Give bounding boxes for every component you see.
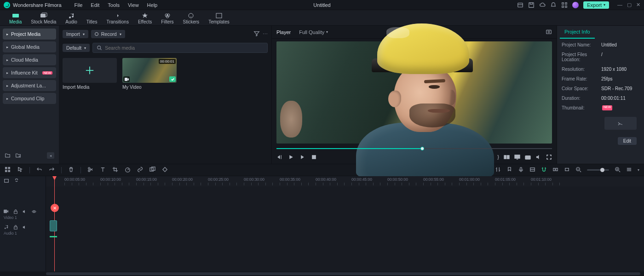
voiceover-icon[interactable] <box>518 167 524 173</box>
prev-frame-button[interactable] <box>276 154 282 161</box>
timeline-ruler[interactable]: 00:00:05:0000:00:10:0000:00:15:0000:00:2… <box>46 176 644 186</box>
more-icon[interactable]: ⋯ <box>263 31 268 37</box>
thumbnail-preview[interactable] <box>604 117 637 130</box>
visible-icon[interactable] <box>32 209 36 215</box>
layout-icon[interactable] <box>517 2 523 8</box>
window-minimize-icon[interactable]: — <box>617 2 622 8</box>
search-input[interactable] <box>92 43 268 53</box>
camera-icon[interactable] <box>525 154 531 161</box>
sidebar-item-global-media[interactable]: ▸Global Media <box>3 41 56 52</box>
window-close-icon[interactable]: ✕ <box>636 2 640 8</box>
folder-add-icon[interactable] <box>15 152 21 159</box>
chevron-down-icon[interactable]: ▾ <box>638 168 639 172</box>
marker-icon[interactable] <box>506 167 512 173</box>
edit-button[interactable]: Edit <box>618 137 637 145</box>
tab-titles[interactable]: Titles <box>82 12 102 25</box>
snap-icon[interactable] <box>541 167 547 173</box>
sidebar-item-compound-clip[interactable]: ▸Compound Clip <box>3 93 56 104</box>
video-clip[interactable] <box>50 220 57 231</box>
mark-out-button[interactable]: } <box>497 154 499 161</box>
avatar[interactable] <box>572 2 579 8</box>
link-icon[interactable] <box>137 167 143 173</box>
speed-icon[interactable] <box>125 167 131 173</box>
tab-transitions[interactable]: Transitions <box>102 12 133 25</box>
filter-icon[interactable] <box>253 30 260 38</box>
view-fit-icon[interactable] <box>552 167 558 173</box>
lock-icon[interactable] <box>13 225 18 230</box>
text-icon[interactable] <box>100 167 106 173</box>
export-button[interactable]: Export▾ <box>583 1 609 9</box>
tab-effects[interactable]: Effects <box>133 12 156 25</box>
tab-media[interactable]: Media <box>5 12 26 25</box>
zoom-slider[interactable] <box>587 169 609 171</box>
tracks-area[interactable]: ✕ <box>46 186 644 271</box>
lock-icon[interactable] <box>13 209 18 215</box>
gap-marker[interactable]: ✕ <box>51 204 59 212</box>
player-tab[interactable]: Player <box>276 29 291 35</box>
display-icon[interactable] <box>514 154 520 161</box>
audio-track-head[interactable]: Audio 1 <box>0 222 46 238</box>
record-dropdown[interactable]: Record▾ <box>91 30 125 38</box>
play-pause-button[interactable] <box>288 154 294 161</box>
delete-icon[interactable] <box>68 167 74 173</box>
tab-audio[interactable]: Audio <box>61 12 82 25</box>
track-add-icon[interactable] <box>4 178 9 184</box>
cursor-tool-icon[interactable] <box>17 167 23 173</box>
media-card[interactable]: 00:00:01 My Video <box>122 58 177 90</box>
tab-templates[interactable]: Templates <box>204 12 234 25</box>
split-icon[interactable] <box>87 167 93 173</box>
sidebar-item-influence-kit[interactable]: ▸Influence KitNEW <box>3 67 56 78</box>
tab-stickers[interactable]: Stickers <box>178 12 204 25</box>
link-track-icon[interactable] <box>14 178 19 184</box>
collapse-sidebar-button[interactable]: ◂ <box>47 152 54 159</box>
timeline-view-icon[interactable] <box>626 167 632 173</box>
sort-dropdown[interactable]: Default▾ <box>63 44 90 52</box>
select-tool-icon[interactable] <box>5 167 11 173</box>
snapshot-icon[interactable] <box>546 29 552 36</box>
menu-edit[interactable]: Edit <box>91 2 99 8</box>
sidebar-item-adjustment-layer[interactable]: ▸Adjustment La... <box>3 80 56 91</box>
undo-icon[interactable] <box>36 167 42 173</box>
import-dropdown[interactable]: Import▾ <box>63 30 88 38</box>
project-info-tab[interactable]: Project Info <box>560 26 595 39</box>
mute-icon[interactable] <box>23 209 27 215</box>
scrub-bar[interactable] <box>276 146 552 151</box>
keyframe-icon[interactable] <box>162 167 168 173</box>
folder-icon[interactable] <box>5 152 11 159</box>
video-preview[interactable] <box>276 41 552 144</box>
video-track-head[interactable]: Video 1 <box>0 207 46 222</box>
menu-help[interactable]: Help <box>147 2 158 8</box>
import-media-card[interactable]: Import Media <box>63 58 117 90</box>
tab-filters[interactable]: Filters <box>156 12 178 25</box>
crop-icon[interactable] <box>112 167 118 173</box>
volume-icon[interactable] <box>535 154 541 161</box>
sidebar-item-project-media[interactable]: ▸Project Media <box>3 29 56 40</box>
stop-button[interactable] <box>311 154 317 161</box>
menu-file[interactable]: File <box>75 2 83 8</box>
menu-tools[interactable]: Tools <box>108 2 120 8</box>
scrub-head[interactable] <box>420 147 424 150</box>
apps-icon[interactable] <box>561 2 568 8</box>
redo-icon[interactable] <box>49 167 55 173</box>
svg-rect-35 <box>553 168 555 171</box>
menu-view[interactable]: View <box>128 2 139 8</box>
compare-icon[interactable] <box>504 154 510 161</box>
save-icon[interactable] <box>528 2 535 8</box>
mixer-icon[interactable] <box>495 167 501 173</box>
view-single-icon[interactable] <box>564 167 570 173</box>
tab-stock-media[interactable]: Stock Media <box>26 12 61 25</box>
adjust-icon[interactable] <box>529 167 535 173</box>
fullscreen-icon[interactable] <box>546 154 552 161</box>
notify-icon[interactable] <box>550 2 557 8</box>
zoom-in-icon[interactable] <box>615 167 621 173</box>
audio-clip[interactable] <box>50 236 57 237</box>
group-icon[interactable] <box>150 167 155 173</box>
cloud-icon[interactable] <box>539 2 546 8</box>
window-maximize-icon[interactable]: ▢ <box>627 2 632 8</box>
mute-icon[interactable] <box>23 225 27 230</box>
zoom-out-icon[interactable] <box>575 167 581 173</box>
next-frame-button[interactable] <box>299 154 305 161</box>
timeline-scrollbar[interactable] <box>0 271 644 276</box>
quality-selector[interactable]: Full Quality▾ <box>299 29 328 35</box>
sidebar-item-cloud-media[interactable]: ▸Cloud Media <box>3 54 56 65</box>
